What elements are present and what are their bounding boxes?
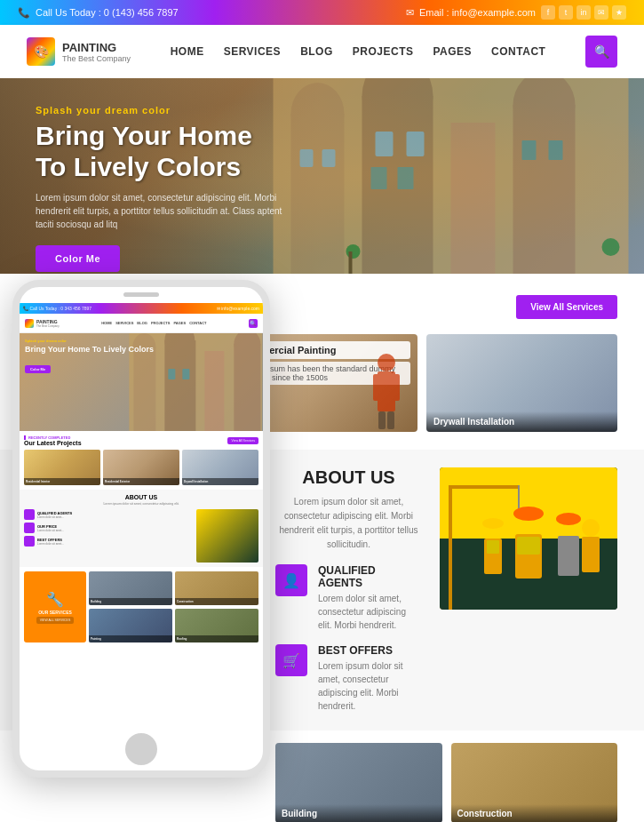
mob-nav-blog[interactable]: BLOG: [137, 321, 147, 325]
main-header: 🎨 PAINTING The Best Company HOME SERVICE…: [0, 25, 644, 78]
mob-offers-icon: [24, 536, 35, 547]
about-image: [440, 467, 617, 713]
svg-point-36: [582, 519, 600, 537]
mob-services-view-btn[interactable]: VIEW ALL SERVICES: [36, 617, 74, 624]
mob-logo-sub: The Best Company: [36, 324, 60, 328]
service-label-construction: Construction: [451, 804, 618, 822]
qualified-agents-desc: Lorem dolor sit amet, consectetur adipis…: [318, 592, 422, 632]
mobile-mockup: 📞 Call Us Today : 0 343 456 7897 ✉ info@…: [12, 280, 270, 778]
svg-rect-24: [387, 411, 394, 429]
svg-rect-14: [522, 140, 537, 160]
mob-projects: RECENTLY COMPLETED Our Latest Projects V…: [20, 431, 263, 490]
mob-view-all-button[interactable]: View All Services: [227, 437, 258, 444]
mob-project-card-0[interactable]: Residential Interior: [24, 450, 100, 485]
mob-services-main: 🔧 OUR SERVICES VIEW ALL SERVICES Buildin…: [24, 571, 258, 642]
logo: 🎨 PAINTING The Best Company: [27, 37, 131, 66]
twitter-icon[interactable]: t: [559, 5, 573, 20]
mob-logo: PAINTING The Best Company: [25, 319, 60, 328]
svg-rect-9: [322, 149, 336, 167]
service-card-building[interactable]: Building: [275, 743, 442, 822]
about-desc: Lorem ipsum dolor sit amet, consectetur …: [275, 495, 422, 552]
svg-rect-35: [558, 536, 579, 576]
best-offers-name: BEST OFFERS: [318, 644, 422, 657]
mob-service-building[interactable]: Building: [89, 571, 172, 605]
mob-projects-title: Our Latest Projects: [24, 440, 82, 446]
mob-price-desc: Lorem dolor sit amet...: [37, 529, 64, 532]
mob-logo-icon: [25, 319, 34, 328]
mob-feature-1: OUR PRICE Lorem dolor sit amet...: [24, 523, 193, 533]
search-button[interactable]: 🔍: [585, 36, 617, 68]
hero-cta-button[interactable]: Color Me: [36, 245, 120, 272]
mob-services-label: OUR SERVICES: [38, 610, 72, 615]
mob-service-painting-label: Painting: [89, 635, 172, 642]
project-card-drywall[interactable]: Drywall Installation: [426, 334, 617, 432]
project-label-drywall: Drywall Installation: [426, 411, 617, 432]
logo-name: PAINTING: [62, 41, 131, 54]
nav-projects[interactable]: PROJECTS: [353, 45, 414, 58]
mail-icon[interactable]: ✉: [594, 5, 608, 20]
about-feature-2: 🛒 BEST OFFERS Lorem ipsum dolor sit amet…: [275, 644, 422, 713]
svg-rect-28: [449, 485, 520, 489]
linkedin-icon[interactable]: in: [576, 5, 591, 20]
svg-point-39: [482, 518, 504, 529]
mob-project-card-1[interactable]: Residential Exterior: [103, 450, 179, 485]
mob-hero-cta[interactable]: Color Me: [25, 365, 51, 373]
mob-project-card-2[interactable]: Drywall Installation: [182, 450, 258, 485]
workers-image: [440, 467, 617, 610]
service-card-construction[interactable]: Construction: [451, 743, 618, 822]
about-feature-1: 👤 QUALIFIED AGENTS Lorem dolor sit amet,…: [275, 564, 422, 632]
mob-feature-2: BEST OFFERS Lorem dolor sit amet...: [24, 536, 193, 547]
mob-service-painting[interactable]: Painting: [89, 609, 172, 642]
nav-home[interactable]: HOME: [171, 45, 204, 58]
svg-rect-10: [376, 132, 394, 156]
mob-about: ABOUT US Lorem ipsum dolor sit amet, con…: [20, 490, 263, 567]
mob-nav-contact[interactable]: CONTACT: [189, 321, 206, 325]
mob-service-roofing-label: Roofing: [175, 635, 258, 642]
svg-rect-12: [371, 167, 387, 189]
mob-workers-image: [196, 509, 258, 563]
svg-rect-48: [205, 351, 225, 431]
mob-header: PAINTING The Best Company HOME SERVICES …: [20, 314, 263, 333]
mob-hero-content: Splash your dream color Bring Your Home …: [25, 339, 154, 374]
svg-rect-23: [378, 411, 386, 429]
mob-service-roofing[interactable]: Roofing: [175, 609, 258, 642]
view-all-button[interactable]: View All Services: [516, 295, 617, 319]
services-grid: Building Construction Painting Roofing: [275, 743, 617, 822]
worker-illustration: [364, 352, 409, 432]
nav-contact[interactable]: CONTACT: [491, 45, 545, 58]
about-title: ABOUT US: [275, 467, 422, 488]
mob-nav-home[interactable]: HOME: [101, 321, 112, 325]
mob-search-button[interactable]: 🔍: [249, 319, 258, 328]
mob-nav-services[interactable]: SERVICES: [115, 321, 133, 325]
mob-logo-text: PAINTING: [36, 319, 60, 324]
social-icons: f t in ✉ ★: [541, 5, 626, 20]
nav-blog[interactable]: BLOG: [300, 45, 333, 58]
mob-services-icon: 🔧: [46, 591, 64, 608]
mobile-home-button[interactable]: [125, 733, 157, 765]
facebook-icon[interactable]: f: [541, 5, 555, 20]
mob-nav-pages[interactable]: PAGES: [173, 321, 186, 325]
mob-topbar: 📞 Call Us Today : 0 343 456 7897 ✉ info@…: [20, 303, 263, 314]
svg-rect-41: [517, 537, 540, 555]
mob-service-construction[interactable]: Construction: [175, 571, 258, 605]
star-icon[interactable]: ★: [612, 5, 626, 20]
mob-service-construction-label: Construction: [175, 598, 258, 605]
mob-hero-title: Bring Your Home To Lively Colors: [25, 345, 154, 355]
mob-service-building-label: Building: [89, 598, 172, 605]
mob-hero: Splash your dream color Bring Your Home …: [20, 333, 263, 431]
nav-services[interactable]: SERVICES: [224, 45, 281, 58]
svg-point-40: [556, 513, 581, 525]
nav-pages[interactable]: PAGES: [433, 45, 472, 58]
svg-point-17: [602, 238, 620, 256]
main-nav: HOME SERVICES BLOG PROJECTS PAGES CONTAC…: [171, 45, 546, 58]
mob-qualified-name: QUALIFIED AGENTS: [37, 511, 72, 515]
mob-nav: HOME SERVICES BLOG PROJECTS PAGES CONTAC…: [101, 321, 206, 325]
about-text: ABOUT US Lorem ipsum dolor sit amet, con…: [275, 467, 422, 713]
svg-rect-42: [487, 540, 499, 554]
svg-rect-51: [169, 369, 176, 379]
mob-nav-projects[interactable]: PROJECTS: [151, 321, 171, 325]
mob-price-icon: [24, 523, 35, 533]
mob-email: ✉ info@example.com: [217, 306, 259, 311]
svg-rect-11: [407, 132, 425, 156]
mob-projects-grid: Residential Interior Residential Exterio…: [24, 450, 258, 485]
